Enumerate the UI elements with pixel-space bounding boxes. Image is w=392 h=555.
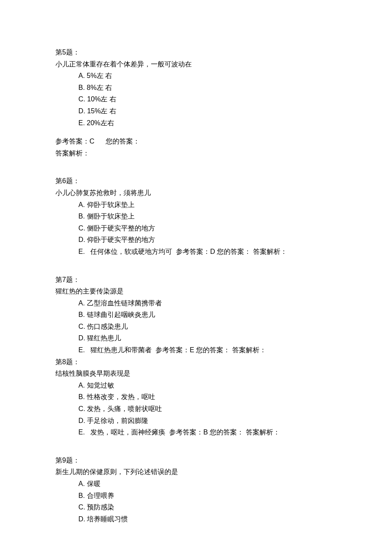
your-answer-label: 您的答案： (106, 138, 140, 145)
ref-answer-label: 参考答案： (156, 346, 190, 354)
option-d: D. 仰卧于硬实平整的地方 (78, 234, 337, 245)
question-block: 第8题： 结核性脑膜炎早期表现是 A. 知觉过敏 B. 性格改变，发热，呕吐 C… (55, 357, 337, 438)
option-e: E. 任何体位，软或硬地方均可 参考答案：D 您的答案： 答案解析： (78, 246, 337, 257)
your-answer-label: 您的答案： (217, 248, 251, 255)
question-header: 第6题： (55, 175, 337, 187)
answer-explanation-label: 答案解析： (232, 346, 266, 354)
ref-answer-label: 参考答案： (176, 248, 210, 255)
question-header: 第9题： (55, 455, 337, 466)
question-stem: 小儿心肺复苏抢救时，须将患儿 (55, 187, 337, 198)
question-block: 第7题： 猩红热的主要传染源是 A. 乙型溶血性链球菌携带者 B. 链球曲引起咽… (55, 274, 337, 356)
ref-answer-value: D (210, 248, 215, 255)
option-a: A. 5%左 右 (78, 70, 337, 81)
question-header: 第7题： (55, 274, 337, 285)
ref-answer-label: 参考答案： (169, 428, 203, 436)
question-block: 第9题： 新生儿期的保健原则，下列论述错误的是 A. 保暖 B. 合理喂养 C.… (55, 455, 337, 525)
option-a: A. 知觉过敏 (78, 380, 337, 391)
option-c: C. 侧卧于硬实平整的地方 (78, 223, 337, 234)
option-e: E. 发热，呕吐，面神经瘫痪 参考答案：B 您的答案： 答案解析： (78, 427, 337, 438)
answer-explanation-label: 答案解析： (253, 248, 287, 255)
ref-answer-label: 参考答案： (55, 138, 89, 145)
question-stem: 结核性脑膜炎早期表现是 (55, 368, 337, 379)
ref-answer-value: E (190, 346, 194, 354)
question-stem: 猩红热的主要传染源是 (55, 286, 337, 297)
options-list: A. 仰卧于软床垫上 B. 侧卧于软床垫上 C. 侧卧于硬实平整的地方 D. 仰… (55, 199, 337, 257)
question-block: 第6题： 小儿心肺复苏抢救时，须将患儿 A. 仰卧于软床垫上 B. 侧卧于软床垫… (55, 175, 337, 257)
option-b: B. 侧卧于软床垫上 (78, 211, 337, 222)
options-list: A. 5%左 右 B. 8%左 右 C. 10%左 右 D. 15%左 右 E.… (55, 70, 337, 128)
question-block: 第5题： 小儿正常体重存在着个体差异，一般可波动在 A. 5%左 右 B. 8%… (55, 47, 337, 158)
option-e: E. 猩红热患儿和带菌者 参考答案：E 您的答案： 答案解析： (78, 345, 337, 356)
document-page: 第5题： 小儿正常体重存在着个体差异，一般可波动在 A. 5%左 右 B. 8%… (0, 0, 392, 555)
option-c: C. 伤口感染患儿 (78, 321, 337, 332)
your-answer-label: 您的答案： (210, 428, 244, 436)
answer-explanation-label: 答案解析： (55, 148, 337, 159)
options-list: A. 保暖 B. 合理喂养 C. 预防感染 D. 培养睡眠习惯 (55, 478, 337, 524)
your-answer-label: 您的答案： (196, 346, 230, 354)
option-c: C. 10%左 右 (78, 94, 337, 105)
option-c: C. 预防感染 (78, 502, 337, 513)
answer-block: 参考答案：C 您的答案： 答案解析： (55, 136, 337, 158)
option-d: D. 15%左 右 (78, 106, 337, 117)
answer-explanation-label: 答案解析： (246, 428, 280, 436)
option-c: C. 发热，头痛，喷射状呕吐 (78, 403, 337, 414)
option-d: D. 培养睡眠习惯 (78, 514, 337, 525)
option-b: B. 合理喂养 (78, 490, 337, 501)
option-b: B. 链球曲引起咽峡炎患儿 (78, 309, 337, 320)
option-a: A. 保暖 (78, 478, 337, 489)
option-b: B. 8%左 右 (78, 82, 337, 93)
question-stem: 新生儿期的保健原则，下列论述错误的是 (55, 466, 337, 477)
option-b: B. 性格改变，发热，呕吐 (78, 391, 337, 403)
question-header: 第5题： (55, 47, 337, 58)
ref-answer-value: B (203, 428, 208, 436)
option-d: D. 手足徐动，前囟膨隆 (78, 415, 337, 426)
option-a: A. 乙型溶血性链球菌携带者 (78, 298, 337, 309)
option-e: E. 20%左右 (78, 118, 337, 129)
question-stem: 小儿正常体重存在着个体差异，一般可波动在 (55, 59, 337, 70)
reference-answer-line: 参考答案：C 您的答案： (55, 136, 337, 147)
question-header: 第8题： (55, 357, 337, 368)
option-a: A. 仰卧于软床垫上 (78, 199, 337, 210)
options-list: A. 知觉过敏 B. 性格改变，发热，呕吐 C. 发热，头痛，喷射状呕吐 D. … (55, 380, 337, 438)
option-d: D. 猩红热患儿 (78, 333, 337, 344)
options-list: A. 乙型溶血性链球菌携带者 B. 链球曲引起咽峡炎患儿 C. 伤口感染患儿 D… (55, 298, 337, 356)
ref-answer-value: C (89, 138, 95, 145)
